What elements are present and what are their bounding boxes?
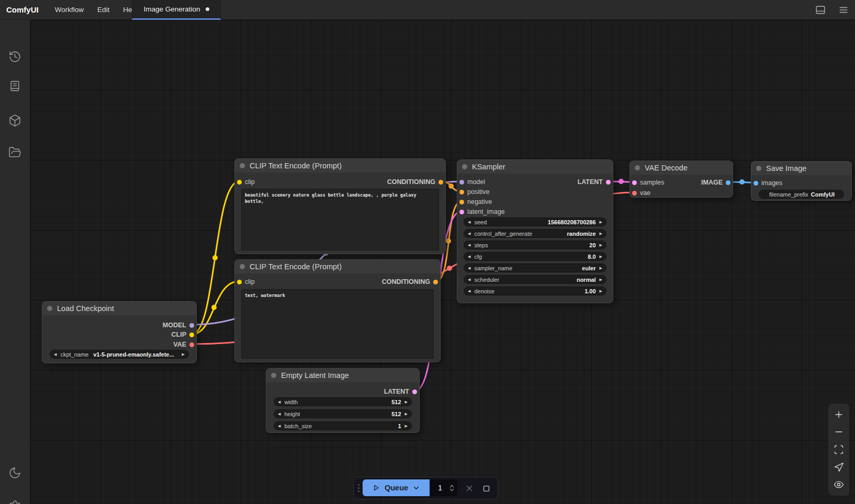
output-slot-clip[interactable] bbox=[189, 333, 194, 337]
widget-left-arrow-icon[interactable]: ◀ bbox=[468, 243, 470, 247]
widget-left-arrow-icon[interactable]: ◀ bbox=[468, 255, 470, 258]
output-slot-vae[interactable] bbox=[189, 342, 194, 347]
output-slot-latent[interactable] bbox=[606, 180, 611, 185]
zoom-in-button[interactable] bbox=[829, 407, 848, 422]
collapse-dot[interactable] bbox=[47, 306, 52, 311]
widget-left-arrow-icon[interactable]: ◀ bbox=[468, 232, 470, 235]
queue-button[interactable]: Queue bbox=[363, 479, 430, 496]
node-clip-text-encode-positive[interactable]: CLIP Text Encode (Prompt) clip CONDITION… bbox=[234, 158, 446, 254]
workflow-tab[interactable]: Image Generation bbox=[132, 0, 221, 20]
zoom-out-button[interactable] bbox=[829, 424, 848, 440]
widget-filename-prefix[interactable]: filename_prefix ComfyUI bbox=[759, 190, 844, 199]
input-slot-vae[interactable] bbox=[632, 191, 637, 196]
settings-gear-icon[interactable] bbox=[6, 497, 25, 504]
node-save-image[interactable]: Save Image images filename_prefix ComfyU… bbox=[751, 161, 852, 201]
node-graph-canvas[interactable]: Load Checkpoint MODEL CLIP VAE ◀ ckpt_na… bbox=[30, 20, 855, 504]
output-slot-latent[interactable] bbox=[412, 390, 417, 394]
widget-right-arrow-icon[interactable]: ▶ bbox=[405, 412, 408, 416]
fit-view-button[interactable] bbox=[829, 442, 848, 457]
hamburger-menu-icon[interactable] bbox=[837, 4, 850, 16]
menu-workflow[interactable]: Workflow bbox=[48, 6, 91, 14]
node-title-bar[interactable]: Empty Latent Image bbox=[266, 369, 419, 382]
input-slot-negative[interactable] bbox=[459, 200, 464, 204]
chevron-up-icon[interactable] bbox=[449, 484, 455, 488]
node-title-bar[interactable]: CLIP Text Encode (Prompt) bbox=[235, 159, 445, 173]
clear-queue-button[interactable] bbox=[463, 482, 476, 495]
node-library-icon[interactable] bbox=[6, 76, 25, 95]
input-slot-positive[interactable] bbox=[459, 190, 464, 194]
menu-edit[interactable]: Edit bbox=[91, 6, 116, 14]
widget-ckpt-name[interactable]: ◀ ckpt_name v1-5-pruned-emaonly.safete..… bbox=[50, 350, 189, 359]
widget-right-arrow-icon[interactable]: ▶ bbox=[600, 278, 602, 281]
input-slot-samples[interactable] bbox=[632, 180, 637, 185]
output-slot-conditioning[interactable] bbox=[433, 280, 438, 284]
node-title-bar[interactable]: CLIP Text Encode (Prompt) bbox=[235, 260, 440, 273]
widget-left-arrow-icon[interactable]: ◀ bbox=[468, 266, 470, 270]
widget-scheduler[interactable]: ◀ scheduler normal ▶ bbox=[464, 275, 606, 284]
node-clip-text-encode-negative[interactable]: CLIP Text Encode (Prompt) clip CONDITION… bbox=[234, 259, 441, 362]
collapse-dot[interactable] bbox=[240, 264, 245, 269]
widget-control-after-generate[interactable]: ◀ control_after_generate randomize ▶ bbox=[464, 229, 606, 238]
widget-right-arrow-icon[interactable]: ▶ bbox=[600, 243, 602, 247]
widget-right-arrow-icon[interactable]: ▶ bbox=[405, 400, 408, 404]
output-slot-conditioning[interactable] bbox=[438, 180, 443, 185]
chevron-down-icon[interactable] bbox=[449, 488, 455, 492]
widget-sampler-name[interactable]: ◀ sampler_name euler ▶ bbox=[464, 264, 606, 272]
widget-cfg[interactable]: ◀ cfg 8.0 ▶ bbox=[464, 252, 606, 261]
widget-left-arrow-icon[interactable]: ◀ bbox=[54, 352, 57, 356]
collapse-dot[interactable] bbox=[635, 165, 640, 170]
widget-right-arrow-icon[interactable]: ▶ bbox=[182, 352, 185, 356]
input-slot-model[interactable] bbox=[459, 180, 464, 185]
widget-right-arrow-icon[interactable]: ▶ bbox=[600, 220, 602, 224]
node-ksampler[interactable]: KSampler model LATENT positive negative … bbox=[457, 159, 613, 303]
canvas-controls bbox=[828, 404, 849, 496]
toggle-link-visibility-button[interactable] bbox=[829, 477, 848, 492]
input-slot-clip[interactable] bbox=[237, 280, 242, 284]
batch-count-input[interactable]: 1 bbox=[430, 479, 457, 496]
output-slot-model[interactable] bbox=[189, 323, 194, 328]
prompt-textarea[interactable]: beautiful scenery nature glass bottle la… bbox=[241, 189, 439, 250]
widget-left-arrow-icon[interactable]: ◀ bbox=[468, 289, 470, 293]
node-empty-latent-image[interactable]: Empty Latent Image LATENT ◀ width 512 ▶ … bbox=[266, 368, 420, 433]
widget-right-arrow-icon[interactable]: ▶ bbox=[600, 289, 602, 293]
output-slot-image[interactable] bbox=[726, 180, 730, 185]
widget-left-arrow-icon[interactable]: ◀ bbox=[468, 220, 470, 224]
widget-denoise[interactable]: ◀ denoise 1.00 ▶ bbox=[464, 287, 606, 295]
widget-width[interactable]: ◀ width 512 ▶ bbox=[274, 397, 412, 406]
widget-height[interactable]: ◀ height 512 ▶ bbox=[274, 409, 412, 418]
model-library-icon[interactable] bbox=[6, 111, 25, 130]
workflows-folder-icon[interactable] bbox=[6, 143, 25, 162]
widget-left-arrow-icon[interactable]: ◀ bbox=[278, 412, 280, 416]
node-title-bar[interactable]: KSampler bbox=[457, 160, 613, 174]
collapse-dot[interactable] bbox=[271, 373, 276, 378]
stop-button[interactable] bbox=[479, 482, 493, 495]
node-title-bar[interactable]: Save Image bbox=[751, 162, 851, 175]
widget-steps[interactable]: ◀ steps 20 ▶ bbox=[464, 240, 606, 249]
node-title-bar[interactable]: Load Checkpoint bbox=[42, 302, 196, 315]
widget-seed[interactable]: ◀ seed 156680208700286 ▶ bbox=[464, 217, 606, 226]
prompt-textarea[interactable]: text, watermark bbox=[241, 289, 434, 359]
widget-right-arrow-icon[interactable]: ▶ bbox=[600, 255, 602, 258]
widget-left-arrow-icon[interactable]: ◀ bbox=[278, 400, 280, 404]
widget-right-arrow-icon[interactable]: ▶ bbox=[600, 266, 602, 270]
theme-toggle-moon-icon[interactable] bbox=[6, 463, 25, 482]
drag-handle-icon[interactable] bbox=[358, 484, 359, 492]
collapse-dot[interactable] bbox=[240, 163, 245, 168]
widget-batch-size[interactable]: ◀ batch_size 1 ▶ bbox=[274, 421, 412, 430]
history-icon[interactable] bbox=[6, 47, 25, 66]
widget-left-arrow-icon[interactable]: ◀ bbox=[468, 278, 470, 281]
input-slot-images[interactable] bbox=[753, 181, 758, 186]
node-vae-decode[interactable]: VAE Decode samples IMAGE vae bbox=[629, 161, 733, 198]
input-slot-latent-image[interactable] bbox=[459, 210, 464, 214]
input-slot-clip[interactable] bbox=[237, 180, 242, 185]
chevron-down-icon[interactable] bbox=[412, 484, 420, 492]
widget-left-arrow-icon[interactable]: ◀ bbox=[278, 424, 280, 428]
node-title-bar[interactable]: VAE Decode bbox=[630, 161, 733, 175]
widget-right-arrow-icon[interactable]: ▶ bbox=[600, 232, 602, 235]
collapse-dot[interactable] bbox=[462, 164, 467, 169]
panel-bottom-icon[interactable] bbox=[814, 4, 827, 16]
collapse-dot[interactable] bbox=[756, 166, 761, 171]
widget-right-arrow-icon[interactable]: ▶ bbox=[405, 424, 408, 428]
node-load-checkpoint[interactable]: Load Checkpoint MODEL CLIP VAE ◀ ckpt_na… bbox=[42, 301, 197, 363]
pointer-mode-button[interactable] bbox=[829, 460, 848, 475]
